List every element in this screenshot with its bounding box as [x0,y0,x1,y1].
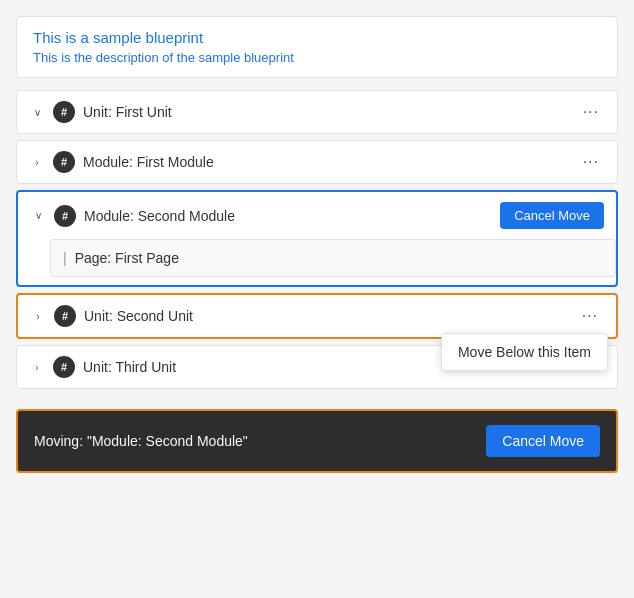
chevron-right-icon[interactable]: › [29,154,45,170]
hash-badge-fourth: # [53,356,75,378]
page-first-page-item: | Page: First Page [50,239,616,277]
tree-item-row-module-second: ∨ # Module: Second Module Cancel Move [18,192,616,239]
blueprint-header: This is a sample blueprint This is the d… [16,16,618,78]
hash-badge-third: # [54,305,76,327]
unit-first-label: Unit: First Unit [83,104,569,120]
tree-item-row-module-first: › # Module: First Module ··· [17,141,617,183]
cancel-move-button-inline[interactable]: Cancel Move [500,202,604,229]
blueprint-description: This is the description of the sample bl… [33,50,601,65]
tree-item-module-second: ∨ # Module: Second Module Cancel Move | … [16,190,618,287]
module-second-label: Module: Second Module [84,208,492,224]
move-below-item[interactable]: Move Below this Item [442,334,607,370]
tree-item-module-first: › # Module: First Module ··· [16,140,618,184]
unit-second-label: Unit: Second Unit [84,308,568,324]
chevron-down-icon[interactable]: ∨ [29,104,45,120]
module-second-children: | Page: First Page [18,239,616,285]
chevron-right-icon-third[interactable]: › [29,359,45,375]
bottom-cancel-move-button[interactable]: Cancel Move [486,425,600,457]
dots-menu-button-unit-second[interactable]: ··· [576,305,604,327]
dropdown-menu: Move Below this Item [441,333,608,371]
tree-item-row-unit-first: ∨ # Unit: First Unit ··· [17,91,617,133]
blueprint-title: This is a sample blueprint [33,29,601,46]
chevron-down-icon-second[interactable]: ∨ [30,208,46,224]
moving-text: Moving: "Module: Second Module" [34,433,248,449]
tree-item-unit-first: ∨ # Unit: First Unit ··· [16,90,618,134]
hash-badge-second: # [54,205,76,227]
bottom-bar: Moving: "Module: Second Module" Cancel M… [16,409,618,473]
hash-badge: # [53,101,75,123]
tree-container: ∨ # Unit: First Unit ··· › # Module: Fir… [16,90,618,389]
module-first-label: Module: First Module [83,154,569,170]
tree-item-row-unit-second: › # Unit: Second Unit ··· [18,295,616,337]
dots-menu-button-unit-first[interactable]: ··· [577,101,605,123]
pipe-icon: | [63,250,67,266]
dots-menu-button-module-first[interactable]: ··· [577,151,605,173]
chevron-right-icon-second[interactable]: › [30,308,46,324]
page-first-label: Page: First Page [75,250,179,266]
hash-badge: # [53,151,75,173]
tree-item-unit-second: › # Unit: Second Unit ··· Move Below thi… [16,293,618,339]
